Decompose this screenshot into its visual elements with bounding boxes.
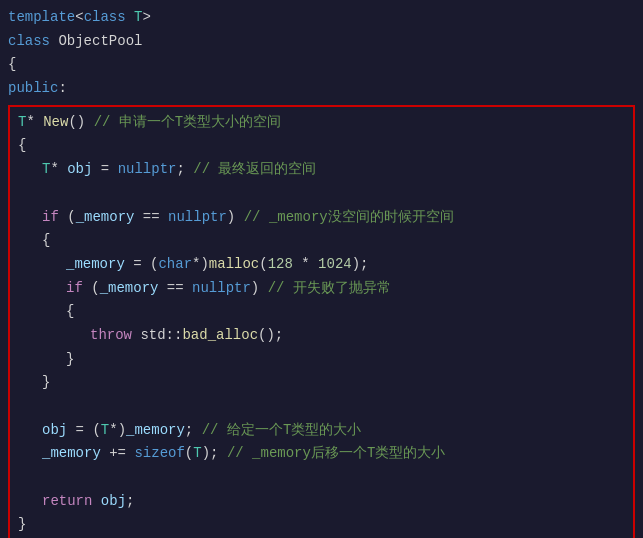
close-brace-new: } xyxy=(10,513,633,537)
editor-container: template<class T> class ObjectPool { pub… xyxy=(0,0,643,538)
memory-advance-line: _memory += sizeof(T); // _memory后移一个T类型的… xyxy=(10,442,633,466)
empty-line-3 xyxy=(10,466,633,490)
obj-assign-line: obj = (T*)_memory; // 给定一个T类型的大小 xyxy=(10,419,633,443)
template-keyword: template xyxy=(8,7,75,29)
header-lines: template<class T> class ObjectPool { pub… xyxy=(0,0,643,101)
open-brace-outer: { xyxy=(8,53,635,77)
if-memory-null-line: if (_memory == nullptr) // 开失败了抛异常 xyxy=(10,277,633,301)
highlighted-block: T* New() // 申请一个T类型大小的空间 { T* obj = null… xyxy=(8,105,635,538)
close-brace-if: } xyxy=(10,371,633,395)
return-line: return obj; xyxy=(10,490,633,514)
new-function-line: T* New() // 申请一个T类型大小的空间 xyxy=(10,111,633,135)
public-line: public: xyxy=(8,77,635,101)
template-line: template<class T> xyxy=(8,6,635,30)
open-brace-1: { xyxy=(10,134,633,158)
empty-line-1 xyxy=(10,182,633,206)
class-line: class ObjectPool xyxy=(8,30,635,54)
empty-line-2 xyxy=(10,395,633,419)
malloc-line: _memory = (char*)malloc(128 * 1024); xyxy=(10,253,633,277)
throw-line: throw std::bad_alloc(); xyxy=(10,324,633,348)
open-brace-3: { xyxy=(10,300,633,324)
if-memory-line: if (_memory == nullptr) // _memory没空间的时候… xyxy=(10,206,633,230)
close-brace-inner: } xyxy=(10,348,633,372)
open-brace-2: { xyxy=(10,229,633,253)
obj-decl-line: T* obj = nullptr; // 最终返回的空间 xyxy=(10,158,633,182)
